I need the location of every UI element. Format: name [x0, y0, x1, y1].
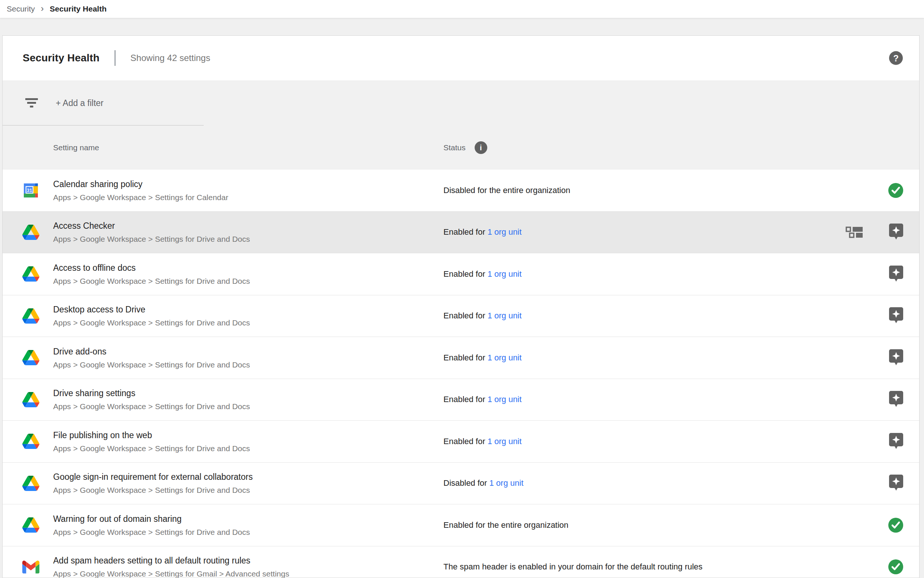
status-text: Enabled for 1 org unit: [443, 437, 521, 446]
help-icon[interactable]: ?: [889, 51, 903, 65]
drive-icon: [22, 349, 40, 367]
table-row[interactable]: Google sign-in requirement for external …: [3, 463, 919, 505]
status-value: Enabled for: [443, 395, 488, 404]
setting-name: Google sign-in requirement for external …: [53, 472, 253, 482]
recommendation-badge-icon[interactable]: [889, 474, 903, 492]
recommendation-badge-icon[interactable]: [889, 223, 903, 241]
setting-path: Apps > Google Workspace > Settings for G…: [53, 570, 289, 578]
org-unit-link[interactable]: 1 org unit: [488, 311, 522, 320]
table-row[interactable]: Access Checker Apps > Google Workspace >…: [3, 212, 919, 254]
recommendation-badge-icon[interactable]: [889, 433, 903, 450]
setting-text: Warning for out of domain sharing Apps >…: [53, 514, 250, 536]
table-row[interactable]: Drive sharing settings Apps > Google Wor…: [3, 379, 919, 421]
setting-text: Access Checker Apps > Google Workspace >…: [53, 221, 250, 244]
setting-text: Drive add-ons Apps > Google Workspace > …: [53, 346, 250, 369]
status-text: Enabled for 1 org unit: [443, 311, 521, 321]
page-title: Security Health: [23, 52, 100, 64]
table-row[interactable]: Access to offline docs Apps > Google Wor…: [3, 253, 919, 295]
status-value: Disabled for the entire organization: [443, 186, 570, 195]
calendar-icon: 31: [22, 182, 40, 200]
table-row[interactable]: Warning for out of domain sharing Apps >…: [3, 504, 919, 546]
row-trailing-icons: [889, 433, 903, 450]
status-value: Enabled for: [443, 353, 488, 362]
status-text: Enabled for the entire organization: [443, 520, 568, 530]
setting-name: Desktop access to Drive: [53, 305, 250, 315]
status-value: Enabled for the entire organization: [443, 520, 568, 530]
table-row[interactable]: Desktop access to Drive Apps > Google Wo…: [3, 295, 919, 337]
breadcrumb-parent[interactable]: Security: [7, 5, 35, 13]
svg-text:31: 31: [27, 187, 32, 193]
gmail-icon: [22, 558, 40, 576]
filter-icon[interactable]: [24, 98, 39, 108]
org-unit-link[interactable]: 1 org unit: [490, 478, 524, 488]
recommendation-badge-icon[interactable]: [889, 265, 903, 283]
drive-icon: [22, 223, 40, 241]
setting-text: Access to offline docs Apps > Google Wor…: [53, 263, 250, 285]
drive-icon: [22, 307, 40, 325]
add-filter-button[interactable]: + Add a filter: [56, 98, 104, 108]
table-row[interactable]: File publishing on the web Apps > Google…: [3, 421, 919, 463]
row-trailing-icons: [889, 349, 903, 367]
setting-text: File publishing on the web Apps > Google…: [53, 430, 250, 453]
setting-text: Desktop access to Drive Apps > Google Wo…: [53, 305, 250, 327]
status-text: Enabled for 1 org unit: [443, 227, 521, 237]
breadcrumb-chevron-icon: ›: [41, 4, 44, 13]
column-header-status: Status i: [443, 141, 487, 154]
card-header: Security Health Showing 42 settings ?: [3, 36, 919, 80]
org-unit-link[interactable]: 1 org unit: [488, 395, 522, 404]
org-unit-link[interactable]: 1 org unit: [488, 269, 522, 279]
setting-name: Access to offline docs: [53, 263, 250, 273]
settings-table-body: 31 Calendar sharing policy Apps > Google…: [3, 170, 919, 578]
status-text: Enabled for 1 org unit: [443, 269, 521, 279]
org-unit-link[interactable]: 1 org unit: [488, 437, 522, 446]
setting-path: Apps > Google Workspace > Settings for D…: [53, 276, 250, 285]
table-row[interactable]: Drive add-ons Apps > Google Workspace > …: [3, 337, 919, 379]
security-health-card: Security Health Showing 42 settings ? + …: [2, 35, 919, 578]
org-unit-link[interactable]: 1 org unit: [488, 353, 522, 362]
status-text: Enabled for 1 org unit: [443, 395, 521, 404]
setting-text: Google sign-in requirement for external …: [53, 472, 253, 495]
setting-name: Calendar sharing policy: [53, 179, 228, 189]
setting-name: File publishing on the web: [53, 430, 250, 440]
setting-path: Apps > Google Workspace > Settings for D…: [53, 360, 250, 369]
title-divider: [115, 50, 116, 66]
info-icon[interactable]: i: [475, 141, 487, 154]
table-row[interactable]: 31 Calendar sharing policy Apps > Google…: [3, 170, 919, 212]
setting-name: Add spam headers setting to all default …: [53, 556, 289, 566]
filter-bar: + Add a filter: [3, 80, 919, 126]
recommendation-badge-icon[interactable]: [889, 391, 903, 408]
row-trailing-icons: [889, 474, 903, 492]
row-trailing-icons: [889, 265, 903, 283]
row-trailing-icons: [889, 307, 903, 325]
org-hierarchy-icon[interactable]: [846, 227, 863, 238]
setting-text: Drive sharing settings Apps > Google Wor…: [53, 388, 250, 411]
status-text: Disabled for 1 org unit: [443, 478, 523, 488]
recommendation-badge-icon[interactable]: [889, 349, 903, 367]
row-trailing-icons: [846, 223, 903, 241]
setting-path: Apps > Google Workspace > Settings for D…: [53, 528, 250, 536]
table-header: Setting name Status i: [3, 126, 919, 170]
row-trailing-icons: [888, 183, 903, 198]
setting-name: Warning for out of domain sharing: [53, 514, 250, 524]
recommendation-badge-icon[interactable]: [889, 307, 903, 325]
status-value: Enabled for: [443, 227, 488, 237]
breadcrumb: Security › Security Health: [0, 0, 924, 18]
row-trailing-icons: [889, 391, 903, 408]
status-value: Enabled for: [443, 269, 488, 279]
drive-icon: [22, 516, 40, 534]
table-row[interactable]: Add spam headers setting to all default …: [3, 546, 919, 578]
setting-path: Apps > Google Workspace > Settings for D…: [53, 318, 250, 327]
setting-name: Access Checker: [53, 221, 250, 231]
setting-name: Drive add-ons: [53, 346, 250, 356]
status-ok-icon: [888, 517, 903, 533]
setting-path: Apps > Google Workspace > Settings for D…: [53, 235, 250, 244]
row-trailing-icons: [888, 517, 903, 533]
org-unit-link[interactable]: 1 org unit: [488, 227, 522, 237]
status-ok-icon: [888, 183, 903, 198]
status-text: The spam header is enabled in your domai…: [443, 562, 702, 572]
status-value: The spam header is enabled in your domai…: [443, 562, 702, 571]
status-text: Enabled for 1 org unit: [443, 353, 521, 363]
setting-text: Calendar sharing policy Apps > Google Wo…: [53, 179, 228, 201]
status-ok-icon: [888, 559, 903, 575]
setting-path: Apps > Google Workspace > Settings for D…: [53, 402, 250, 411]
